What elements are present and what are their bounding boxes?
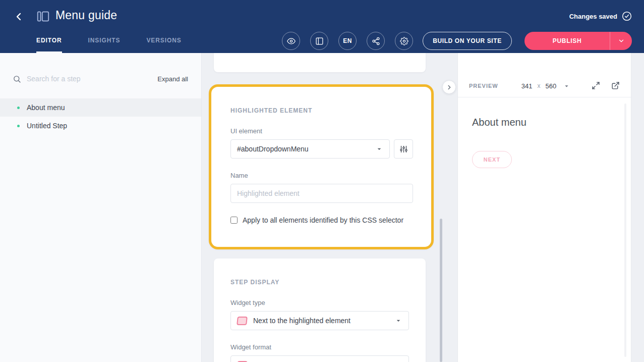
section-title: HIGHLIGHTED ELEMENT <box>230 107 414 114</box>
preview-step-title: About menu <box>472 117 526 128</box>
preview-width-value: 341 <box>521 82 533 90</box>
preview-label: PREVIEW <box>469 83 498 89</box>
caret-down-icon <box>375 145 383 153</box>
settings-button[interactable] <box>395 32 413 50</box>
guide-icon <box>36 10 50 23</box>
editor-scrollbar[interactable] <box>440 219 442 362</box>
step-search-row: Expand all <box>0 66 201 91</box>
caret-down-icon <box>563 82 570 90</box>
back-button[interactable] <box>11 9 26 24</box>
open-in-new-tab-button[interactable] <box>611 81 620 90</box>
widget-type-value: Next to the highlighted element <box>253 317 394 325</box>
section-title: STEP DISPLAY <box>230 279 409 286</box>
ui-element-value: #aboutDropdownMenu <box>237 145 375 153</box>
preview-size-control[interactable]: 341 x 560 <box>521 82 570 90</box>
tab-editor[interactable]: EDITOR <box>36 29 62 53</box>
layout-icon <box>315 37 324 45</box>
language-button[interactable]: EN <box>338 32 357 50</box>
publish-button-group: PUBLISH <box>524 32 632 50</box>
step-label: About menu <box>27 104 65 112</box>
header-tabs: EDITOR INSIGHTS VERSIONS <box>36 29 182 53</box>
widget-type-icon <box>237 317 248 325</box>
preview-panel: PREVIEW 341 x 560 About menu NEXT <box>457 53 631 362</box>
eye-icon <box>287 37 296 45</box>
external-link-icon <box>611 81 620 90</box>
header-toolbar: EN <box>282 32 413 50</box>
step-display-card: STEP DISPLAY Widget type Next to the hig… <box>214 258 426 362</box>
ui-element-label: UI element <box>230 127 414 135</box>
element-picker-settings-button[interactable] <box>394 139 413 159</box>
share-button[interactable] <box>367 32 385 50</box>
preview-next-button[interactable]: NEXT <box>472 151 512 168</box>
size-separator: x <box>537 82 540 89</box>
top-header: Menu guide Changes saved EDITOR INSIGHTS… <box>0 0 644 53</box>
preview-eye-button[interactable] <box>282 32 300 50</box>
caret-down-icon <box>394 317 402 325</box>
expand-all-button[interactable]: Expand all <box>157 75 188 83</box>
apply-all-row: Apply to all elements identified by this… <box>230 216 414 244</box>
sliders-icon <box>399 145 408 153</box>
step-item-untitled[interactable]: Untitled Step <box>0 117 201 135</box>
step-editor-pane: HIGHLIGHTED ELEMENT UI element #aboutDro… <box>202 53 457 362</box>
steps-sidebar: Expand all About menu Untitled Step <box>0 53 202 362</box>
widget-type-label: Widget type <box>230 299 409 306</box>
step-list: About menu Untitled Step <box>0 98 201 135</box>
collapse-preview-button[interactable] <box>442 80 456 94</box>
publish-button[interactable]: PUBLISH <box>524 32 610 50</box>
widget-type-select[interactable]: Next to the highlighted element <box>230 311 409 330</box>
app-root: Menu guide Changes saved EDITOR INSIGHTS… <box>0 0 644 362</box>
widget-format-label: Widget format <box>230 343 409 351</box>
highlighted-element-card: HIGHLIGHTED ELEMENT UI element #aboutDro… <box>209 84 434 249</box>
preview-header: PREVIEW 341 x 560 <box>458 75 631 97</box>
preview-actions <box>591 81 620 90</box>
name-label: Name <box>230 172 414 179</box>
preview-scrollbar[interactable] <box>624 104 626 357</box>
previous-settings-card <box>214 53 426 72</box>
step-item-about-menu[interactable]: About menu <box>0 98 201 117</box>
apply-all-checkbox[interactable] <box>230 217 238 224</box>
tab-insights[interactable]: INSIGHTS <box>88 29 121 53</box>
changes-saved-label: Changes saved <box>569 13 617 20</box>
widget-format-select[interactable] <box>230 355 409 362</box>
tab-versions[interactable]: VERSIONS <box>146 29 181 53</box>
gear-icon <box>400 37 408 45</box>
changes-saved-status: Changes saved <box>569 11 632 21</box>
publish-dropdown-button[interactable] <box>610 32 632 50</box>
language-label: EN <box>343 37 352 44</box>
expand-icon <box>592 81 600 90</box>
chevron-left-icon <box>13 11 25 23</box>
share-icon <box>372 37 380 45</box>
step-label: Untitled Step <box>27 122 67 130</box>
highlighted-element-name-input[interactable] <box>230 184 413 203</box>
step-search-input[interactable] <box>27 75 152 83</box>
ui-element-select[interactable]: #aboutDropdownMenu <box>230 139 390 159</box>
preview-height-value: 560 <box>545 82 556 90</box>
apply-all-label: Apply to all elements identified by this… <box>243 216 403 224</box>
check-circle-icon <box>622 11 632 21</box>
chevron-right-icon <box>446 84 453 91</box>
chevron-down-icon <box>618 37 625 44</box>
ui-element-row: #aboutDropdownMenu <box>230 139 414 159</box>
layout-button[interactable] <box>310 32 328 50</box>
expand-preview-button[interactable] <box>591 81 600 90</box>
page-title: Menu guide <box>55 9 117 22</box>
step-bullet-icon <box>17 107 20 109</box>
build-on-your-site-button[interactable]: BUILD ON YOUR SITE <box>423 32 512 50</box>
step-bullet-icon <box>17 125 20 127</box>
search-icon <box>13 75 21 83</box>
